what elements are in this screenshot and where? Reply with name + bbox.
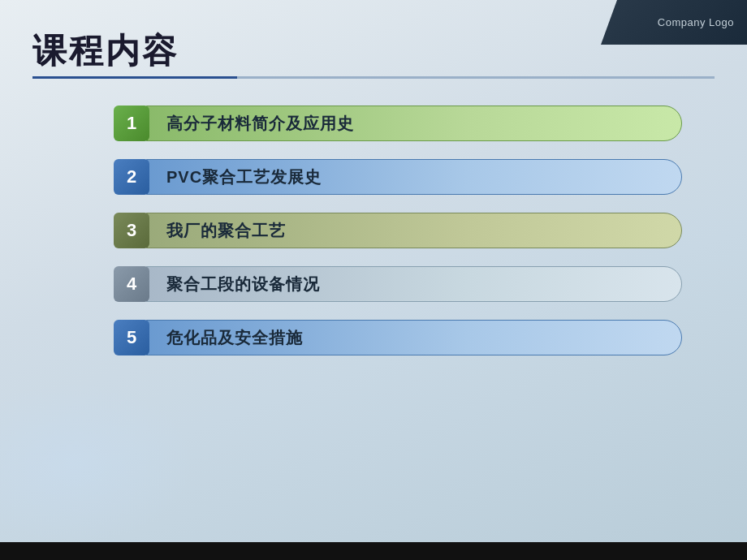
page-title: 课程内容 [32, 34, 715, 68]
item-text-1: 高分子材料简介及应用史 [166, 113, 354, 135]
number-badge-4: 4 [114, 266, 149, 302]
number-badge-2: 2 [114, 159, 149, 195]
title-underline [32, 76, 715, 79]
list-item: 3 我厂的聚合工艺 [114, 213, 682, 248]
list-item: 2 PVC聚合工艺发展史 [114, 159, 682, 195]
number-badge-5: 5 [114, 320, 149, 355]
item-bar-1: 高分子材料简介及应用史 [146, 106, 682, 141]
slide: Company Logo 课程内容 1 高分子材料简介及应用史 2 PVC聚合工… [0, 0, 747, 560]
header: 课程内容 [32, 34, 715, 79]
item-text-4: 聚合工段的设备情况 [166, 274, 320, 295]
light-effect [0, 381, 195, 544]
list-item: 4 聚合工段的设备情况 [114, 266, 682, 302]
number-badge-1: 1 [114, 106, 149, 141]
item-bar-5: 危化品及安全措施 [146, 320, 682, 355]
list-item: 5 危化品及安全措施 [114, 320, 682, 355]
list-item: 1 高分子材料简介及应用史 [114, 106, 682, 141]
bottom-bar [0, 542, 747, 560]
content-area: 1 高分子材料简介及应用史 2 PVC聚合工艺发展史 3 我厂的聚合工艺 4 聚… [114, 106, 682, 373]
item-text-5: 危化品及安全措施 [166, 327, 303, 349]
item-text-3: 我厂的聚合工艺 [166, 220, 286, 242]
number-badge-3: 3 [114, 213, 149, 248]
item-bar-2: PVC聚合工艺发展史 [146, 159, 682, 195]
item-bar-3: 我厂的聚合工艺 [146, 213, 682, 248]
item-text-2: PVC聚合工艺发展史 [166, 166, 322, 188]
company-logo: Company Logo [658, 16, 734, 28]
item-bar-4: 聚合工段的设备情况 [146, 266, 682, 302]
